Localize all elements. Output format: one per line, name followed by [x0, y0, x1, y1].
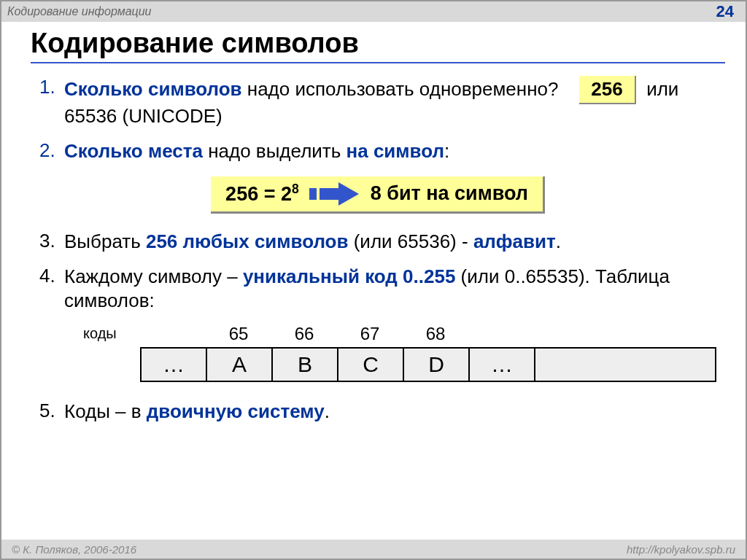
header-cell — [468, 324, 534, 344]
text: . — [325, 400, 330, 422]
topbar: Кодирование информации 24 — [1, 1, 746, 22]
text: Выбрать — [64, 230, 146, 252]
emph: уникальный код 0..255 — [243, 265, 455, 287]
emph: алфавит — [473, 230, 556, 252]
slide-title: Кодирование символов — [31, 28, 725, 63]
emph: на символ — [347, 140, 444, 162]
copyright: © К. Поляков, 2006-2016 — [12, 543, 136, 556]
svg-rect-1 — [320, 188, 338, 200]
text: Коды – в — [64, 400, 147, 422]
list-item: 3. Выбрать 256 любых символов (или 65536… — [39, 230, 716, 254]
arrow-right-icon — [309, 181, 360, 207]
header-cell: 65 — [206, 324, 271, 344]
formula-row: 256 = 28 8 бит на символ — [39, 176, 716, 214]
codes-header: 65 66 67 68 — [140, 324, 716, 344]
slide-body: 1. Сколько символов надо использовать од… — [39, 76, 716, 529]
text: : — [444, 140, 449, 162]
emph: Сколько символов — [64, 78, 242, 100]
list-text: Коды – в двоичную систему. — [64, 400, 330, 424]
table-cell: C — [338, 349, 404, 381]
list-number: 2. — [39, 139, 64, 162]
svg-marker-2 — [338, 182, 359, 206]
footer: © К. Поляков, 2006-2016 http://kpolyakov… — [1, 540, 746, 559]
table-cell: B — [273, 349, 338, 381]
header-cell: 68 — [403, 324, 468, 344]
codes-table: … A B C D … — [140, 347, 716, 382]
text: надо выделить — [203, 140, 347, 162]
table-cell: D — [404, 349, 470, 381]
text: надо использовать одновременно? — [242, 78, 559, 100]
list-text: Сколько символов надо использовать однов… — [64, 76, 716, 128]
header-cell — [140, 324, 206, 344]
text: (или 65536) - — [348, 230, 473, 252]
list-text: Сколько места надо выделить на символ: — [64, 139, 449, 163]
header-cell: 67 — [337, 324, 403, 344]
list-item: 2. Сколько места надо выделить на символ… — [39, 139, 716, 163]
formula-lhs: 256 = 28 — [225, 182, 299, 206]
formula-rhs: 8 бит на символ — [371, 182, 528, 205]
list-text: Выбрать 256 любых символов (или 65536) -… — [64, 230, 561, 254]
table-cell: A — [207, 349, 273, 381]
highlight-box: 256 — [579, 76, 635, 104]
codes-label: коды — [83, 325, 117, 342]
table-cell — [535, 349, 601, 381]
slide: Кодирование информации 24 Кодирование си… — [0, 0, 747, 560]
text: Каждому символу – — [64, 265, 243, 287]
list-item: 1. Сколько символов надо использовать од… — [39, 76, 716, 128]
emph: Сколько места — [64, 140, 203, 162]
emph: двоичную систему — [147, 400, 325, 422]
svg-rect-0 — [309, 188, 317, 200]
table-cell: … — [470, 349, 535, 381]
codes-block: коды 65 66 67 68 … A B C D … — [39, 324, 716, 382]
title-wrap: Кодирование символов — [31, 28, 725, 63]
list-number: 4. — [39, 265, 64, 287]
list-number: 5. — [39, 400, 64, 422]
table-cell: … — [142, 349, 207, 381]
list-item: 5. Коды – в двоичную систему. — [39, 400, 716, 424]
text: 256 = 2 — [225, 183, 292, 205]
footer-url: http://kpolyakov.spb.ru — [627, 543, 735, 556]
header-cell — [534, 324, 600, 344]
header-cell: 66 — [271, 324, 337, 344]
page-number: 24 — [712, 2, 738, 21]
text: . — [556, 230, 561, 252]
list-text: Каждому символу – уникальный код 0..255 … — [64, 265, 716, 312]
list-item: 4. Каждому символу – уникальный код 0..2… — [39, 265, 716, 312]
list-number: 3. — [39, 230, 64, 252]
formula-box: 256 = 28 8 бит на символ — [211, 176, 545, 214]
emph: 256 любых символов — [146, 230, 349, 252]
slide-topic: Кодирование информации — [7, 5, 152, 18]
exponent: 8 — [292, 182, 299, 196]
list-number: 1. — [39, 76, 64, 98]
